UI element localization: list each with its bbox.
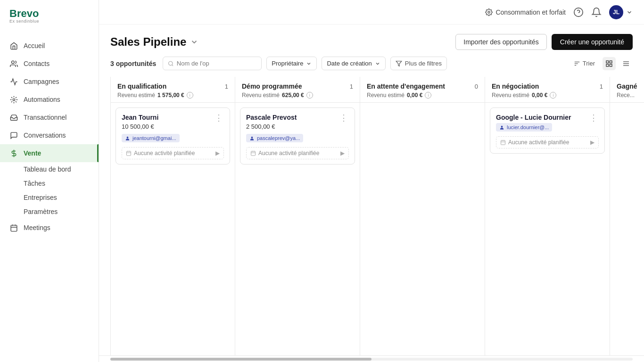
sidebar-subitem-tableau-de-bord[interactable]: Tableau de bord (24, 162, 99, 176)
col-body-demo-programmee: Pascale Prevost ⋮ 2 500,00 € pascaleprev… (235, 103, 360, 355)
email-badge[interactable]: pascaleprev@ya... (246, 134, 303, 142)
card-activity[interactable]: Aucune activité planifiée ▶ (122, 147, 224, 159)
title-chevron-icon[interactable] (190, 38, 198, 46)
create-opportunity-button[interactable]: Créer une opportunité (552, 34, 633, 50)
card-menu-dots[interactable]: ⋮ (588, 114, 599, 122)
notifications-btn[interactable] (591, 7, 602, 17)
chevron-down-icon (375, 61, 380, 66)
sidebar-item-conversations[interactable]: Conversations (0, 126, 99, 144)
contacts-icon (9, 59, 18, 68)
card-activity[interactable]: Aucune activité planifiée ▶ (496, 136, 599, 148)
card-activity[interactable]: Aucune activité planifiée ▶ (246, 147, 349, 159)
chevron-down-icon (306, 61, 312, 66)
info-icon[interactable]: i (550, 92, 556, 99)
activity-icon (250, 150, 256, 156)
sidebar-item-label: Accueil (24, 42, 45, 49)
name-search-field[interactable] (177, 60, 256, 67)
activity-arrow: ▶ (340, 150, 345, 156)
revenue-value: 0,00 € (532, 92, 547, 99)
sidebar-item-contacts[interactable]: Contacts (0, 55, 99, 73)
card-name: Jean Tourni (122, 114, 158, 121)
list-view-button[interactable] (619, 57, 633, 70)
col-header-demo-programmee: Démo programmée 1 Revenu estimé 625,00 €… (235, 77, 360, 103)
page-title-row: Sales Pipeline (110, 35, 198, 49)
sidebar-item-transactionnel[interactable]: Transactionnel (0, 108, 99, 126)
user-menu[interactable]: JL (609, 5, 633, 19)
col-body-gagne (610, 103, 644, 355)
card-menu-dots[interactable]: ⋮ (214, 114, 224, 122)
sidebar-item-automations[interactable]: Automations (0, 90, 99, 108)
sidebar-item-label: Automations (24, 96, 60, 103)
col-body-en-qualification: Jean Tourni ⋮ 10 500,00 € jeantourni@gma… (111, 103, 235, 355)
bell-icon (591, 7, 602, 17)
kanban-card[interactable]: Jean Tourni ⋮ 10 500,00 € jeantourni@gma… (116, 107, 230, 165)
col-header-gagne: Gagné Rece... (610, 77, 644, 103)
sidebar-nav: Accueil Contacts Campagnes Automations T… (0, 33, 99, 362)
svg-point-0 (11, 61, 14, 64)
kanban-col-demo-programmee: Démo programmée 1 Revenu estimé 625,00 €… (235, 77, 360, 355)
kanban-col-en-qualification: En qualification 1 Revenu estimé 1 575,0… (110, 77, 235, 355)
sidebar-item-label: Conversations (24, 132, 66, 139)
grid-view-button[interactable] (603, 57, 616, 70)
email-badge[interactable]: jeantourni@gmai... (122, 134, 180, 142)
info-icon[interactable]: i (187, 92, 193, 99)
revenue-value: 625,00 € (282, 92, 304, 99)
scrollbar-track[interactable] (110, 358, 633, 361)
sidebar-subitem-taches[interactable]: Tâches (24, 176, 99, 190)
svg-rect-19 (610, 64, 612, 66)
col-header-en-qualification: En qualification 1 Revenu estimé 1 575,0… (111, 77, 235, 103)
info-icon[interactable]: i (306, 92, 313, 99)
svg-rect-24 (127, 151, 131, 156)
activity-text: Aucune activité planifiée (134, 150, 195, 156)
sidebar-item-meetings[interactable]: Meetings (0, 219, 99, 237)
sort-button[interactable]: Trier (570, 58, 599, 69)
consommation-link[interactable]: Consommation et forfait (485, 8, 566, 16)
col-count: 1 (350, 83, 353, 90)
proprietaire-filter[interactable]: Propriétaire (266, 57, 317, 70)
contact-icon (249, 136, 255, 141)
revenue-label: Revenu estimé (117, 92, 155, 99)
kanban-card[interactable]: Google - Lucie Dournier ⋮ lucier.dournie… (490, 107, 605, 154)
activity-arrow: ▶ (215, 150, 220, 156)
activity-arrow: ▶ (590, 139, 594, 146)
sidebar-subitem-parametres[interactable]: Paramètres (24, 205, 99, 219)
revenue-value: 0,00 € (407, 92, 422, 99)
scrollbar-area (99, 355, 644, 362)
sidebar-item-accueil[interactable]: Accueil (0, 37, 99, 55)
sidebar-item-label: Meetings (24, 224, 50, 231)
col-count: 0 (475, 83, 478, 90)
card-email: jeantourni@gmai... (132, 135, 176, 141)
revenue-label: Revenu estimé (367, 92, 405, 99)
sidebar-item-vente[interactable]: Vente (0, 144, 99, 162)
col-header-en-attente-engagement: En attente d'engagement 0 Revenu estimé … (360, 77, 485, 103)
svg-rect-18 (606, 64, 609, 66)
sidebar-item-label: Contacts (24, 60, 50, 67)
activity-text: Aucune activité planifiée (508, 139, 569, 146)
date-filter[interactable]: Date de création (322, 57, 385, 70)
kanban-card[interactable]: Pascale Prevost ⋮ 2 500,00 € pascaleprev… (240, 107, 355, 165)
card-menu-dots[interactable]: ⋮ (339, 114, 349, 122)
card-email: pascaleprev@ya... (257, 135, 300, 141)
more-filters-btn[interactable]: Plus de filtres (390, 57, 447, 70)
svg-rect-3 (11, 225, 17, 231)
import-button[interactable]: Importer des opportunités (455, 34, 547, 50)
card-email-row: pascaleprev@ya... (246, 134, 349, 142)
card-name: Pascale Prevost (246, 114, 297, 121)
email-badge[interactable]: lucier.dournier@... (496, 123, 552, 132)
activity-icon (500, 140, 506, 145)
sidebar-subitem-entreprises[interactable]: Entreprises (24, 190, 99, 205)
page-title: Sales Pipeline (110, 35, 186, 49)
sidebar-item-campagnes[interactable]: Campagnes (0, 73, 99, 90)
info-icon[interactable]: i (425, 92, 431, 99)
svg-point-33 (501, 125, 503, 127)
meetings-icon (9, 223, 18, 232)
col-title: Gagné (617, 82, 637, 90)
kanban-board: En qualification 1 Revenu estimé 1 575,0… (99, 77, 644, 355)
col-count: 1 (600, 83, 603, 90)
help-icon-btn[interactable] (573, 7, 584, 17)
svg-rect-17 (610, 61, 612, 63)
revenue-label: Revenu estimé (242, 92, 280, 99)
svg-point-28 (251, 136, 253, 138)
name-filter-input[interactable] (163, 57, 262, 70)
revenue-label: Rece... (617, 92, 635, 99)
